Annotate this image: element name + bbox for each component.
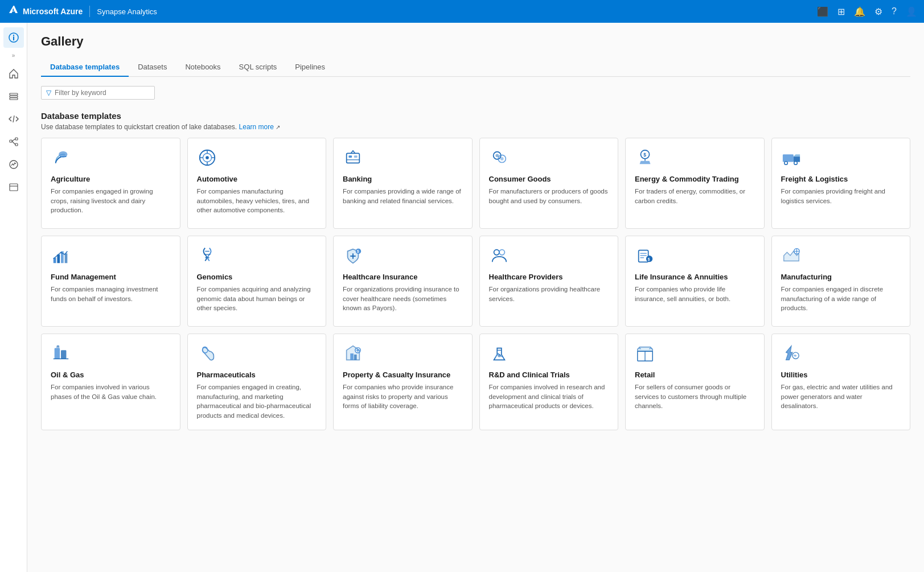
card-consumer-goods[interactable]: Consumer Goods For manufacturers or prod… — [479, 138, 619, 229]
genomics-icon — [197, 245, 217, 266]
svg-text:$: $ — [643, 152, 646, 158]
life-insurance-title: Life Insurance & Annuities — [635, 273, 755, 281]
sidebar-item-data[interactable] — [3, 86, 24, 106]
automotive-icon — [197, 147, 217, 168]
svg-rect-59 — [55, 348, 60, 359]
banking-icon — [343, 147, 363, 168]
sidebar-item-home[interactable] — [3, 63, 24, 84]
card-property-casualty[interactable]: Property & Casualty Insurance For compan… — [333, 334, 473, 430]
tab-pipelines[interactable]: Pipelines — [286, 58, 334, 77]
card-retail[interactable]: Retail For sellers of consumer goods or … — [625, 334, 765, 430]
property-casualty-icon — [343, 343, 363, 364]
card-healthcare-providers[interactable]: Healthcare Providers For organizations p… — [479, 236, 619, 327]
filter-input-wrap[interactable]: ▽ — [41, 86, 155, 100]
card-manufacturing[interactable]: Manufacturing For companies engaged in d… — [771, 236, 911, 327]
pharmaceuticals-desc: For companies engaged in creating, manuf… — [197, 382, 317, 421]
sidebar-item-manage[interactable] — [3, 177, 24, 197]
svg-point-29 — [495, 154, 499, 157]
user-icon[interactable]: 👤 — [906, 6, 917, 17]
card-healthcare-insurance[interactable]: $ Healthcare Insurance For organizations… — [333, 236, 473, 327]
card-fund-management[interactable]: Fund Management For companies managing i… — [41, 236, 180, 327]
card-freight[interactable]: Freight & Logistics For companies provid… — [771, 138, 911, 229]
fund-management-title: Fund Management — [51, 273, 171, 281]
svg-rect-40 — [65, 253, 68, 263]
topbar-icons: ⬛ ⊞ 🔔 ⚙ ? 👤 — [817, 6, 917, 17]
tab-datasets[interactable]: Datasets — [129, 58, 176, 77]
cards-row-1: Agriculture For companies engaged in gro… — [41, 138, 910, 229]
svg-rect-1 — [13, 36, 14, 40]
consumer-goods-title: Consumer Goods — [489, 175, 609, 183]
filter-icon: ▽ — [46, 89, 51, 97]
service-name: Synapse Analytics — [97, 7, 157, 16]
fund-management-desc: For companies managing investment funds … — [51, 285, 171, 303]
tab-database-templates[interactable]: Database templates — [41, 58, 129, 77]
rnd-icon — [489, 343, 510, 364]
external-link-icon: ↗ — [276, 124, 280, 130]
tab-sql-scripts[interactable]: SQL scripts — [230, 58, 286, 77]
genomics-desc: For companies acquiring and analyzing ge… — [197, 285, 317, 313]
sidebar-item-develop[interactable] — [3, 109, 24, 129]
card-banking[interactable]: Banking For companies providing a wide r… — [333, 138, 473, 229]
settings-icon[interactable]: ⚙ — [874, 6, 882, 17]
oil-gas-title: Oil & Gas — [51, 371, 171, 379]
card-genomics[interactable]: Genomics For companies acquiring and ana… — [187, 236, 327, 327]
automotive-desc: For companies manufacturing automobiles,… — [197, 187, 317, 215]
card-utilities[interactable]: Utilities For gas, electric and water ut… — [771, 334, 911, 430]
svg-line-6 — [13, 116, 14, 122]
section-title: Database templates — [41, 111, 910, 121]
svg-rect-2 — [13, 35, 14, 36]
rnd-desc: For companies involved in research and d… — [489, 382, 609, 411]
freight-desc: For companies providing freight and logi… — [781, 187, 901, 205]
svg-rect-38 — [57, 254, 60, 263]
card-energy[interactable]: $ Energy & Commodity Trading For traders… — [625, 138, 765, 229]
svg-point-35 — [784, 162, 787, 165]
manufacturing-title: Manufacturing — [781, 273, 901, 281]
top-bar: Microsoft Azure Synapse Analytics ⬛ ⊞ 🔔 … — [0, 0, 924, 23]
consumer-goods-desc: For manufacturers or producers of goods … — [489, 187, 609, 205]
svg-point-30 — [500, 157, 503, 161]
sidebar-item-info[interactable] — [3, 27, 24, 48]
svg-point-67 — [498, 354, 501, 357]
page-title: Gallery — [41, 34, 910, 49]
retail-icon — [635, 343, 655, 364]
life-insurance-desc: For companies who provide life insurance… — [635, 285, 755, 303]
life-insurance-icon: $ — [635, 245, 655, 266]
retail-desc: For sellers of consumer goods or service… — [635, 382, 755, 411]
sidebar-item-integrate[interactable] — [3, 131, 24, 152]
svg-rect-23 — [347, 153, 360, 163]
card-pharmaceuticals[interactable]: Pharmaceuticals For companies engaged in… — [187, 334, 327, 430]
content-area: Gallery Database templates Datasets Note… — [27, 23, 924, 572]
svg-rect-63 — [354, 355, 357, 360]
brand-name: Microsoft Azure — [23, 7, 83, 16]
tab-notebooks[interactable]: Notebooks — [176, 58, 229, 77]
sidebar-item-monitor[interactable] — [3, 154, 24, 175]
sidebar: » — [0, 23, 27, 572]
property-casualty-desc: For companies who provide insurance agai… — [343, 382, 463, 411]
card-agriculture[interactable]: Agriculture For companies engaged in gro… — [41, 138, 180, 229]
nav-divider — [89, 6, 90, 17]
cards-row-2: Fund Management For companies managing i… — [41, 236, 910, 327]
card-automotive[interactable]: Automotive For companies manufacturing a… — [187, 138, 327, 229]
help-icon[interactable]: ? — [892, 6, 897, 17]
genomics-title: Genomics — [197, 273, 317, 281]
card-life-insurance[interactable]: $ Life Insurance & Annuities For compani… — [625, 236, 765, 327]
svg-rect-25 — [354, 155, 358, 158]
filter-input[interactable] — [55, 89, 150, 97]
svg-line-11 — [12, 141, 15, 145]
card-rnd[interactable]: R&D and Clinical Trials For companies in… — [479, 334, 619, 430]
retail-title: Retail — [635, 371, 755, 379]
svg-rect-34 — [782, 154, 793, 162]
learn-more-link[interactable]: Learn more — [239, 123, 274, 131]
portal-icon[interactable]: ⬛ — [817, 6, 828, 17]
sidebar-expand[interactable]: » — [10, 50, 18, 61]
agriculture-title: Agriculture — [51, 175, 171, 183]
filter-bar: ▽ — [41, 86, 910, 100]
brand: Microsoft Azure — [7, 5, 83, 19]
card-oil-gas[interactable]: Oil & Gas For companies involved in vari… — [41, 334, 180, 430]
energy-icon: $ — [635, 147, 655, 168]
dashboard-icon[interactable]: ⊞ — [837, 6, 845, 17]
agriculture-desc: For companies engaged in growing crops, … — [51, 187, 171, 215]
utilities-title: Utilities — [781, 371, 901, 379]
svg-rect-24 — [348, 155, 352, 158]
notifications-icon[interactable]: 🔔 — [854, 6, 865, 17]
